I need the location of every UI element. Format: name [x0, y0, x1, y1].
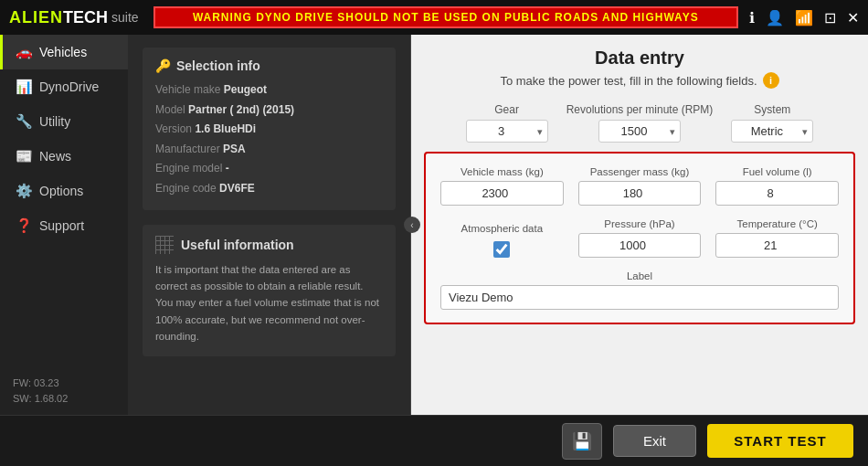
bottom-bar: 💾 Exit START TEST: [0, 415, 868, 466]
main-layout: 🚗 Vehicles 📊 DynoDrive 🔧 Utility 📰 News …: [0, 35, 868, 415]
inner-layout: 🔑 Selection info Vehicle make Peugeot Mo…: [128, 35, 868, 415]
label-field-label: Label: [440, 270, 839, 281]
atmospheric-checkbox-wrapper: [493, 241, 510, 258]
sidebar-item-dynodrive[interactable]: 📊 DynoDrive: [0, 69, 128, 104]
pressure-input[interactable]: [578, 233, 702, 258]
atmospheric-field: Atmospheric data: [440, 223, 564, 258]
manufacturer-value: PSA: [223, 143, 246, 155]
warning-banner: WARNING DYNO DRIVE SHOULD NOT BE USED ON…: [153, 6, 738, 28]
sidebar-item-vehicles[interactable]: 🚗 Vehicles: [0, 35, 128, 69]
user-icon[interactable]: 👤: [766, 9, 784, 26]
model-row: Model Partner ( 2nd) (2015): [155, 101, 383, 121]
rpm-select[interactable]: 1500 1000 2000 2500: [598, 120, 681, 143]
sidebar-label-utility: Utility: [39, 114, 70, 129]
window-icon[interactable]: ⊡: [824, 9, 836, 26]
info-badge-icon[interactable]: i: [763, 72, 779, 89]
wifi-icon[interactable]: 📶: [795, 9, 813, 26]
passenger-mass-input[interactable]: [578, 181, 702, 206]
make-value: Peugeot: [224, 83, 267, 96]
useful-info-header: Useful information: [155, 236, 383, 254]
atmospheric-checkbox[interactable]: [493, 241, 510, 258]
data-entry-header: Data entry To make the power test, fill …: [411, 35, 868, 96]
rpm-label: Revolutions per minute (RPM): [566, 103, 714, 116]
fuel-volume-input[interactable]: [715, 181, 839, 206]
engine-code-value: DV6FE: [219, 182, 255, 195]
useful-info-box: Useful information It is important that …: [143, 225, 396, 356]
version-row: Version 1.6 BlueHDi: [155, 120, 383, 140]
manufacturer-row: Manufacturer PSA: [155, 140, 383, 160]
dynodrive-icon: 📊: [16, 79, 32, 95]
news-icon: 📰: [16, 148, 32, 164]
temperature-field: Temperature (°C): [715, 218, 839, 258]
temperature-input[interactable]: [715, 233, 839, 258]
passenger-mass-label: Passenger mass (kg): [578, 166, 702, 177]
form-row-2: Atmospheric data Pressure (hPa) Temperat…: [440, 218, 839, 258]
vehicles-icon: 🚗: [16, 44, 32, 60]
pressure-label: Pressure (hPa): [578, 218, 702, 229]
info-icon[interactable]: ℹ: [749, 9, 755, 26]
options-icon: ⚙️: [16, 183, 32, 199]
make-label: Vehicle make: [155, 83, 220, 96]
left-panel: 🔑 Selection info Vehicle make Peugeot Mo…: [128, 35, 411, 415]
collapse-arrow-button[interactable]: ‹: [404, 217, 420, 233]
support-icon: ❓: [16, 217, 32, 234]
system-dropdown-wrapper: Metric Imperial: [731, 120, 813, 143]
engine-model-label: Engine model: [155, 162, 222, 175]
data-entry-subtitle: To make the power test, fill in the foll…: [429, 72, 850, 89]
start-test-button[interactable]: START TEST: [707, 424, 853, 458]
engine-code-label: Engine code: [155, 182, 217, 195]
system-select[interactable]: Metric Imperial: [731, 120, 813, 143]
gear-label: Gear: [494, 103, 519, 116]
vehicle-make-row: Vehicle make Peugeot: [155, 80, 383, 101]
engine-model-value: -: [226, 162, 229, 175]
useful-info-title: Useful information: [181, 238, 294, 252]
dropdowns-row: Gear 3 1 2 4 5 6 Revolutions per minute: [411, 96, 868, 152]
version-value: 1.6 BlueHDi: [195, 122, 256, 135]
manufacturer-label: Manufacturer: [155, 143, 220, 155]
system-label: System: [754, 103, 790, 116]
form-row-1: Vehicle mass (kg) Passenger mass (kg) Fu…: [440, 166, 839, 206]
model-value: Partner ( 2nd) (2015): [188, 103, 294, 116]
logo-alien: ALIEN: [9, 8, 63, 27]
selection-info-header: 🔑 Selection info: [155, 58, 383, 73]
app-logo: ALIENTECHsuite: [9, 8, 139, 27]
model-label: Model: [155, 103, 185, 116]
rpm-dropdown-wrapper: 1500 1000 2000 2500: [598, 120, 681, 143]
sidebar-item-news[interactable]: 📰 News: [0, 139, 128, 174]
gear-dropdown-group: Gear 3 1 2 4 5 6: [466, 103, 548, 143]
sidebar-label-news: News: [39, 149, 71, 164]
gear-select[interactable]: 3 1 2 4 5 6: [466, 120, 548, 143]
gear-dropdown-wrapper: 3 1 2 4 5 6: [466, 120, 548, 143]
data-form-box: Vehicle mass (kg) Passenger mass (kg) Fu…: [424, 152, 855, 324]
vehicle-mass-input[interactable]: [440, 181, 564, 206]
utility-icon: 🔧: [16, 113, 32, 130]
sidebar-item-utility[interactable]: 🔧 Utility: [0, 104, 128, 139]
sidebar-label-vehicles: Vehicles: [39, 45, 87, 59]
passenger-mass-field: Passenger mass (kg): [578, 166, 702, 206]
data-entry-title: Data entry: [429, 48, 850, 69]
label-input[interactable]: [440, 285, 839, 310]
vehicle-mass-field: Vehicle mass (kg): [440, 166, 564, 206]
atmospheric-label: Atmospheric data: [440, 223, 564, 234]
sw-version: SW: 1.68.02: [13, 391, 115, 408]
data-entry-panel: Data entry To make the power test, fill …: [411, 35, 868, 415]
sidebar-item-options[interactable]: ⚙️ Options: [0, 174, 128, 208]
selection-info-title: Selection info: [176, 58, 260, 73]
selection-icon: 🔑: [155, 58, 171, 73]
exit-button[interactable]: Exit: [613, 425, 696, 457]
close-icon[interactable]: ✕: [847, 9, 859, 26]
top-icon-group: ℹ 👤 📶 ⊡ ✕: [749, 9, 859, 26]
pressure-field: Pressure (hPa): [578, 218, 702, 258]
grid-icon: [155, 236, 174, 254]
fuel-volume-field: Fuel volume (l): [715, 166, 839, 206]
fw-version: FW: 03.23: [13, 376, 115, 392]
sidebar: 🚗 Vehicles 📊 DynoDrive 🔧 Utility 📰 News …: [0, 35, 128, 415]
save-icon-button[interactable]: 💾: [562, 423, 602, 460]
sidebar-label-support: Support: [39, 218, 84, 233]
firmware-info: FW: 03.23 SW: 1.68.02: [0, 368, 128, 415]
useful-info-text: It is important that the data entered ar…: [155, 261, 383, 345]
sidebar-label-dynodrive: DynoDrive: [39, 79, 99, 94]
sidebar-item-support[interactable]: ❓ Support: [0, 208, 128, 243]
selection-info-box: 🔑 Selection info Vehicle make Peugeot Mo…: [143, 48, 396, 210]
version-label: Version: [155, 122, 192, 135]
